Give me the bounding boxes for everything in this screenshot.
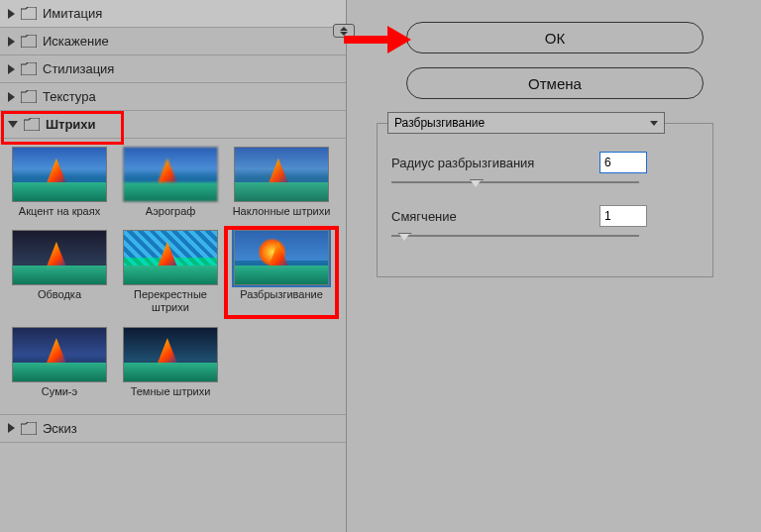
- thumbnail-preview: [12, 230, 107, 285]
- category-imitation[interactable]: Имитация: [0, 0, 346, 28]
- thumb-crosshatch[interactable]: Перекрестные штрихи: [117, 230, 224, 314]
- button-label: ОК: [545, 30, 565, 47]
- spray-radius-input[interactable]: [599, 152, 647, 173]
- button-label: Отмена: [528, 75, 582, 92]
- thumb-label: Разбрызгивание: [228, 288, 335, 301]
- smoothness-slider[interactable]: [391, 229, 639, 243]
- slider-knob[interactable]: [470, 179, 482, 187]
- spray-radius-slider[interactable]: [391, 175, 639, 189]
- category-label: Искажение: [43, 34, 109, 49]
- ok-button[interactable]: ОК: [406, 22, 704, 53]
- thumb-angled-strokes[interactable]: Наклонные штрихи: [228, 147, 335, 218]
- category-distortion[interactable]: Искажение: [0, 28, 346, 55]
- filter-settings-panel: ОК Отмена Разбрызгивание Радиус разбрызг…: [347, 0, 761, 532]
- thumb-label: Аэрограф: [117, 205, 224, 218]
- expand-icon: [8, 9, 15, 19]
- category-label: Стилизация: [43, 61, 114, 76]
- thumb-label: Обводка: [6, 288, 113, 301]
- strokes-thumbnails: Акцент на краях Аэрограф Наклонные штрих…: [0, 139, 346, 415]
- param-label: Радиус разбрызгивания: [391, 156, 599, 170]
- panel-collapse-handle[interactable]: [333, 24, 355, 38]
- folder-icon: [21, 62, 37, 75]
- category-texture[interactable]: Текстура: [0, 83, 346, 111]
- chevron-down-icon: [650, 121, 658, 126]
- thumb-sumi-e[interactable]: Суми-э: [6, 327, 113, 398]
- thumb-label: Перекрестные штрихи: [117, 288, 224, 314]
- category-label: Штрихи: [46, 117, 96, 132]
- folder-icon: [21, 90, 37, 103]
- cancel-button[interactable]: Отмена: [406, 67, 704, 99]
- thumb-ink-outlines[interactable]: Обводка: [6, 230, 113, 314]
- thumb-label: Наклонные штрихи: [228, 205, 335, 218]
- smoothness-input[interactable]: [599, 205, 647, 227]
- thumb-label: Акцент на краях: [6, 205, 113, 218]
- thumb-label: Темные штрихи: [117, 385, 224, 398]
- thumbnail-preview: [123, 147, 218, 202]
- thumbnail-preview: [123, 230, 218, 285]
- expand-icon: [8, 92, 15, 102]
- thumbnail-preview: [12, 147, 107, 202]
- slider-track: [391, 181, 639, 183]
- folder-icon: [21, 7, 37, 20]
- param-smoothness: Смягчение: [391, 205, 699, 227]
- folder-icon: [21, 422, 37, 435]
- thumb-label: Суми-э: [6, 385, 113, 398]
- thumbnail-preview: [234, 147, 329, 202]
- filter-name-select[interactable]: Разбрызгивание: [387, 112, 665, 134]
- thumb-dark-strokes[interactable]: Темные штрихи: [117, 327, 224, 398]
- category-label: Эскиз: [43, 421, 77, 436]
- slider-knob[interactable]: [398, 233, 410, 241]
- folder-icon: [21, 35, 37, 48]
- thumb-spatter[interactable]: Разбрызгивание: [228, 230, 335, 314]
- filter-categories-panel: Имитация Искажение Стилизация Текстура Ш…: [0, 0, 347, 532]
- thumb-accent-edges[interactable]: Акцент на краях: [6, 147, 113, 218]
- expand-icon: [8, 64, 15, 74]
- thumb-airbrush[interactable]: Аэрограф: [117, 147, 224, 218]
- filter-settings-group: Разбрызгивание Радиус разбрызгивания Смя…: [377, 123, 713, 277]
- expand-icon: [8, 37, 15, 47]
- selected-filter-label: Разбрызгивание: [394, 116, 485, 130]
- folder-icon: [24, 118, 40, 131]
- thumbnail-preview: [234, 230, 329, 285]
- category-stylization[interactable]: Стилизация: [0, 55, 346, 83]
- thumbnail-preview: [12, 327, 107, 382]
- param-spray-radius: Радиус разбрызгивания: [391, 152, 699, 173]
- category-label: Текстура: [43, 89, 96, 104]
- category-label: Имитация: [43, 6, 102, 21]
- expand-icon: [8, 423, 15, 433]
- category-sketch[interactable]: Эскиз: [0, 415, 346, 443]
- thumbnail-preview: [123, 327, 218, 382]
- category-strokes[interactable]: Штрихи: [0, 111, 346, 139]
- collapse-icon: [8, 121, 18, 128]
- param-label: Смягчение: [391, 209, 599, 224]
- slider-track: [391, 235, 639, 237]
